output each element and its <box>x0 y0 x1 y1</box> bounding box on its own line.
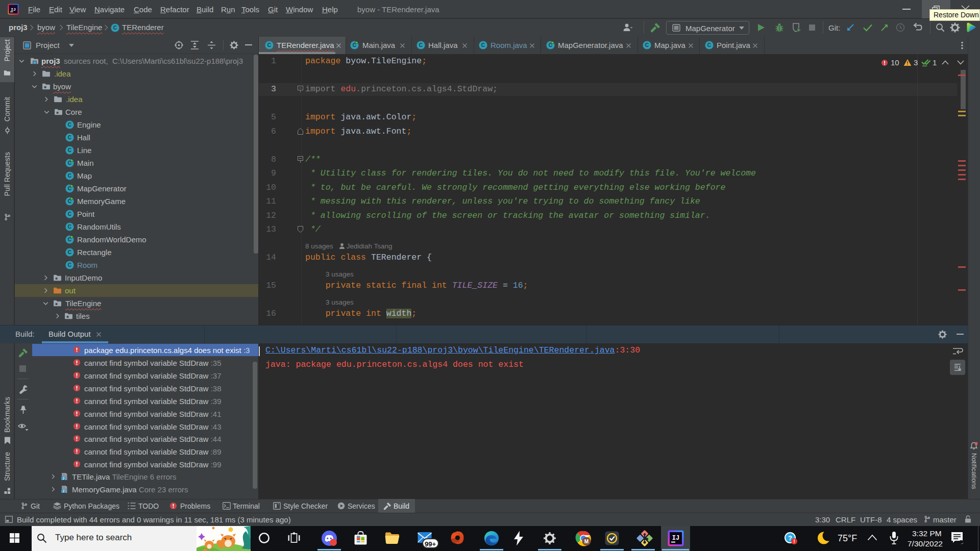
svg-text:M: M <box>584 539 589 544</box>
svg-text:IJ: IJ <box>672 535 679 542</box>
svg-text:IJ: IJ <box>11 7 16 12</box>
